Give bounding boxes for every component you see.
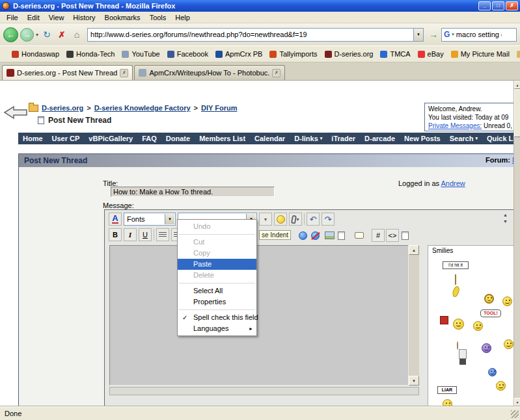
forum-nav-vbpicgallery[interactable]: vBPicGallery: [84, 135, 137, 142]
align-left-button[interactable]: [156, 228, 169, 241]
insert-link-button[interactable]: [299, 230, 307, 241]
forward-button[interactable]: →: [20, 28, 34, 42]
smilie-liar-sign[interactable]: LIAR: [437, 386, 457, 394]
history-dropdown-icon[interactable]: ▾: [36, 32, 38, 38]
menu-view[interactable]: View: [44, 12, 69, 23]
bookmark-ebay[interactable]: eBay: [418, 50, 444, 58]
url-dropdown-icon[interactable]: ▾: [413, 29, 423, 41]
menu-file[interactable]: File: [2, 12, 23, 23]
menu-help[interactable]: Help: [171, 12, 195, 23]
maximize-button[interactable]: □: [492, 1, 504, 10]
forum-nav-donate[interactable]: Donate: [161, 135, 195, 142]
scroll-up-icon[interactable]: ▲: [409, 245, 419, 255]
smilie-tool-sign[interactable]: TOOL!: [480, 309, 501, 317]
menu-history[interactable]: History: [68, 12, 100, 23]
scroll-down-icon[interactable]: ▼: [514, 398, 520, 406]
forum-nav-itrader[interactable]: iTrader: [327, 135, 360, 142]
smilie-smile[interactable]: [504, 339, 513, 349]
color-picker-button[interactable]: ▾: [259, 213, 272, 226]
forum-nav-usercp[interactable]: User CP: [48, 135, 85, 142]
tab-close-icon[interactable]: ✗: [120, 69, 128, 77]
close-button[interactable]: ✗: [506, 1, 518, 10]
smilie-hit-sign[interactable]: I'd hit it: [443, 261, 469, 269]
italic-button[interactable]: I: [124, 228, 137, 241]
tab-close-icon[interactable]: ✗: [272, 69, 281, 77]
code-button[interactable]: #: [372, 229, 385, 242]
html-button[interactable]: <>: [386, 229, 399, 242]
smilie-banana[interactable]: [452, 285, 460, 298]
forum-nav-d-links[interactable]: D-links▾: [290, 135, 327, 142]
smilie-insert-button[interactable]: [274, 213, 287, 226]
bookmark-my-picture-mail[interactable]: My Picture Mail: [451, 50, 510, 58]
smilie-coin[interactable]: [484, 294, 494, 304]
bookmark-facebook[interactable]: Facebook: [167, 50, 208, 58]
forum-nav-members-list[interactable]: Members List: [195, 135, 250, 142]
breadcrumb-link-root[interactable]: D-series.org: [42, 104, 83, 112]
context-menu-item-paste[interactable]: Paste: [178, 259, 256, 270]
bookmark-movies[interactable]: movies: [517, 50, 520, 58]
thread-title-input[interactable]: [111, 187, 275, 197]
forum-nav-d-arcade[interactable]: D-arcade: [360, 135, 400, 142]
bookmark-tallyimports[interactable]: Tallyimports: [269, 50, 317, 58]
smilie-smile[interactable]: [496, 381, 506, 391]
php-button[interactable]: [402, 230, 409, 241]
url-input[interactable]: [88, 29, 413, 41]
smilie-blue-ball[interactable]: [488, 368, 497, 376]
context-menu-item-spellcheck[interactable]: ✓ Spell check this field: [178, 312, 256, 323]
tab-apmcrx-writeups[interactable]: ApmCrx/Writeups/How To - Photobuc... ✗: [134, 65, 285, 80]
insert-email-button[interactable]: [338, 230, 345, 241]
breadcrumb-link-forum[interactable]: DIY Forum: [201, 104, 237, 112]
smilie-smile[interactable]: [502, 296, 512, 306]
remove-link-button[interactable]: [311, 230, 320, 241]
search-input[interactable]: [456, 31, 502, 38]
fonts-dropdown[interactable]: Fonts ▾: [124, 213, 176, 226]
go-button[interactable]: →: [428, 28, 439, 41]
forum-nav-faq[interactable]: FAQ: [137, 135, 161, 142]
forum-nav-calendar[interactable]: Calendar: [250, 135, 290, 142]
forum-nav-search[interactable]: Search▾: [445, 135, 482, 142]
smilie-purple[interactable]: [482, 343, 491, 353]
bookmark-tmca[interactable]: TMCA: [380, 50, 410, 58]
smilie-smile[interactable]: [453, 319, 464, 330]
resize-grip[interactable]: [511, 410, 519, 418]
menu-bookmarks[interactable]: Bookmarks: [100, 12, 145, 23]
breadcrumb-link-category[interactable]: D-series Knowledge Factory: [94, 104, 191, 112]
context-menu-item-select-all[interactable]: Select All: [178, 285, 256, 296]
smilie-brick[interactable]: [440, 316, 448, 324]
bookmark-hondaswap[interactable]: Hondaswap: [12, 50, 59, 58]
page-scrollbar[interactable]: ▲ ▼: [513, 81, 520, 406]
tab-post-new-thread[interactable]: D-series.org - Post New Thread ✗: [2, 65, 133, 80]
smilie-dancer[interactable]: [457, 342, 469, 365]
minimize-button[interactable]: _: [478, 1, 491, 10]
bold-button[interactable]: B: [109, 228, 122, 241]
editor-collapse-down-icon[interactable]: ▼: [503, 219, 508, 224]
back-button[interactable]: ←: [3, 27, 18, 42]
forum-nav-home[interactable]: Home: [18, 135, 48, 142]
message-body[interactable]: [109, 245, 409, 386]
undo-button[interactable]: ↶: [307, 213, 320, 226]
bookmark-d-series[interactable]: D-series.org: [325, 50, 374, 58]
attachment-button[interactable]: ▾: [289, 213, 302, 226]
bookmark-youtube[interactable]: YouTube: [122, 50, 159, 58]
private-messages-link[interactable]: Private Messages:: [428, 122, 482, 129]
scrollbar-thumb[interactable]: [514, 89, 520, 137]
menu-tools[interactable]: Tools: [145, 12, 171, 23]
forum-nav-new-posts[interactable]: New Posts: [400, 135, 445, 142]
message-scrollbar[interactable]: ▲ ▼: [409, 245, 419, 386]
redo-button[interactable]: ↷: [322, 213, 335, 226]
reload-button[interactable]: ↻: [40, 28, 53, 41]
scroll-down-icon[interactable]: ▼: [409, 376, 419, 386]
insert-image-button[interactable]: [325, 230, 335, 241]
smilie-smile[interactable]: [443, 399, 452, 406]
smilie-smile[interactable]: [473, 321, 483, 331]
editor-collapse-up-icon[interactable]: ▲: [503, 213, 508, 217]
context-menu-item-properties[interactable]: Properties: [178, 296, 256, 308]
home-button[interactable]: ⌂: [70, 28, 83, 41]
bookmark-honda-tech[interactable]: Honda-Tech: [66, 50, 115, 58]
menu-edit[interactable]: Edit: [23, 12, 44, 23]
font-color-button[interactable]: A: [109, 213, 122, 226]
search-engine-dropdown-icon[interactable]: ▾: [452, 32, 454, 37]
bookmark-apmcrx-pb[interactable]: ApmCrx PB: [215, 50, 262, 58]
context-menu-item-languages[interactable]: Languages ►: [178, 323, 256, 334]
quote-button[interactable]: [355, 230, 364, 241]
